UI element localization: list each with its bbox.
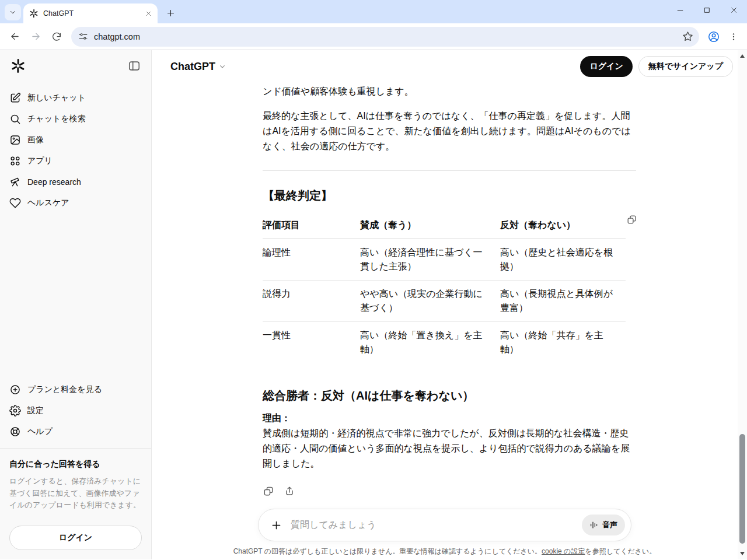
divider: [263, 170, 636, 171]
chevron-down-icon: [9, 8, 17, 16]
scroll-down-arrow[interactable]: [738, 549, 747, 558]
attach-button[interactable]: [270, 519, 282, 531]
table-header: 反対（奪わない）: [500, 212, 626, 239]
openai-favicon: [29, 9, 39, 18]
copy-icon: [626, 214, 637, 225]
promo-body: ログインすると、保存済みチャットに基づく回答に加えて、画像作成やファイルのアップ…: [9, 475, 142, 512]
sidebar-item-deep-research[interactable]: Deep research: [0, 172, 151, 192]
model-selector[interactable]: ChatGPT: [170, 61, 227, 73]
table-cell: 高い（長期視点と具体例が豊富）: [500, 281, 626, 322]
new-chat-icon: [9, 92, 21, 104]
address-bar[interactable]: chatgpt.com: [71, 27, 699, 47]
sidebar-item-apps[interactable]: アプリ: [0, 150, 151, 172]
table-header-row: 評価項目 賛成（奪う） 反対（奪わない）: [263, 212, 626, 239]
copy-table-button[interactable]: [626, 214, 637, 225]
maximize-button[interactable]: [693, 0, 720, 20]
plus-icon: [270, 519, 282, 531]
tab-list-chevron-button[interactable]: [5, 4, 21, 20]
table-row: 論理性 高い（経済合理性に基づく一貫した主張） 高い（歴史と社会適応を根拠）: [263, 239, 626, 281]
main-header: ChatGPT ログイン 無料でサインアップ: [152, 50, 747, 83]
message-paragraph: 最終的な主張として、AIは仕事を奪うのではなく、「仕事の再定義」を促します。人間…: [263, 108, 636, 154]
sidebar-footer-nav: プランと料金を見る 設定 ヘルプ: [0, 379, 151, 442]
table-cell: 高い（経済合理性に基づく一貫した主張）: [360, 239, 500, 281]
promo-title: 自分に合った回答を得る: [9, 459, 142, 470]
table-cell: 高い（終始「共存」を主軸）: [500, 322, 626, 363]
winner-heading: 総合勝者：反対（AIは仕事を奪わない）: [263, 387, 636, 404]
cookie-settings-link[interactable]: cookie の設定: [542, 547, 585, 555]
site-info-icon[interactable]: [78, 32, 88, 41]
tab-close-icon[interactable]: [144, 9, 153, 18]
waveform-icon: [589, 520, 599, 530]
sidebar-item-healthcare[interactable]: ヘルスケア: [0, 192, 151, 214]
sidebar-item-images[interactable]: 画像: [0, 130, 151, 150]
judgment-table: 評価項目 賛成（奪う） 反対（奪わない） 論理性 高い（経済合理性に基づく一貫し…: [263, 212, 626, 363]
copy-icon: [263, 485, 274, 497]
share-icon: [284, 485, 295, 497]
table-header: 賛成（奪う）: [360, 212, 500, 239]
sidebar-item-help[interactable]: ヘルプ: [0, 421, 151, 442]
table-row: 説得力 やや高い（現実の企業行動に基づく） 高い（長期視点と具体例が豊富）: [263, 281, 626, 322]
window-controls: [666, 0, 747, 20]
browser-menu-icon[interactable]: [725, 27, 742, 47]
reason-body: 賛成側は短期的・経済的視点で非常に強力でしたが、反対側は長期的な社会構造・歴史的…: [263, 426, 636, 471]
main-area: ChatGPT ログイン 無料でサインアップ ンド価値や顧客体験も重視します。 …: [152, 50, 747, 559]
browser-tab[interactable]: ChatGPT: [23, 4, 158, 23]
table-cell: 一貫性: [263, 322, 360, 363]
sidebar-item-label: プランと料金を見る: [27, 384, 102, 395]
back-button[interactable]: [5, 27, 25, 47]
forward-button[interactable]: [26, 27, 46, 47]
openai-logo[interactable]: [11, 58, 26, 74]
sidebar-login-button[interactable]: ログイン: [9, 526, 142, 550]
url-text[interactable]: chatgpt.com: [94, 32, 676, 41]
sidebar-toggle-icon[interactable]: [128, 60, 141, 72]
scrollbar-thumb[interactable]: [739, 434, 745, 544]
telescope-icon: [9, 176, 21, 188]
scrollbar[interactable]: [738, 50, 747, 559]
share-message-button[interactable]: [284, 485, 295, 497]
bookmark-star-icon[interactable]: [682, 31, 693, 42]
sidebar-item-search-chats[interactable]: チャットを検索: [0, 108, 151, 130]
message-actions: [263, 485, 636, 497]
sidebar-item-label: 設定: [27, 405, 44, 416]
message-input[interactable]: [291, 520, 574, 530]
new-tab-button[interactable]: [162, 5, 179, 21]
tab-title: ChatGPT: [43, 9, 139, 18]
sidebar-item-new-chat[interactable]: 新しいチャット: [0, 88, 151, 108]
message-paragraph: ンド価値や顧客体験も重視します。: [263, 84, 636, 99]
section-heading: 【最終判定】: [263, 187, 636, 204]
signup-button[interactable]: 無料でサインアップ: [638, 56, 733, 77]
plus-icon: [166, 9, 175, 18]
copy-message-button[interactable]: [263, 485, 274, 497]
voice-button-label: 音声: [602, 520, 617, 530]
chevron-down-icon: [218, 62, 227, 71]
sidebar-item-plans[interactable]: プランと料金を見る: [0, 379, 151, 400]
composer[interactable]: 音声: [258, 509, 631, 541]
profile-avatar[interactable]: [704, 27, 724, 47]
sidebar-item-label: Deep research: [27, 177, 81, 187]
plan-icon: [9, 384, 21, 396]
sidebar: 新しいチャット チャットを検索 画像 アプリ: [0, 50, 152, 559]
heart-icon: [9, 197, 21, 209]
apps-icon: [9, 155, 21, 167]
help-icon: [9, 426, 21, 438]
close-window-button[interactable]: [720, 0, 747, 20]
table-cell: 説得力: [263, 281, 360, 322]
sidebar-item-label: 画像: [27, 135, 44, 145]
login-button[interactable]: ログイン: [580, 56, 632, 77]
sidebar-item-label: 新しいチャット: [27, 93, 86, 103]
scroll-up-arrow[interactable]: [738, 51, 747, 61]
sidebar-item-settings[interactable]: 設定: [0, 400, 151, 421]
sidebar-nav: 新しいチャット チャットを検索 画像 アプリ: [0, 88, 151, 214]
voice-button[interactable]: 音声: [582, 514, 625, 536]
search-icon: [9, 113, 21, 125]
composer-area: 音声 ChatGPT の回答は必ずしも正しいとは限りません。重要な情報は確認する…: [152, 509, 738, 559]
minimize-button[interactable]: [666, 0, 693, 20]
sidebar-promo: 自分に合った回答を得る ログインすると、保存済みチャットに基づく回答に加えて、画…: [0, 448, 151, 520]
disclaimer-text: を参照してください。: [585, 547, 656, 555]
reload-button[interactable]: [47, 27, 67, 47]
image-icon: [9, 134, 21, 146]
model-label: ChatGPT: [170, 61, 215, 73]
disclaimer: ChatGPT の回答は必ずしも正しいとは限りません。重要な情報は確認するように…: [233, 547, 657, 556]
table-header: 評価項目: [263, 212, 360, 239]
sidebar-item-label: チャットを検索: [27, 114, 86, 124]
